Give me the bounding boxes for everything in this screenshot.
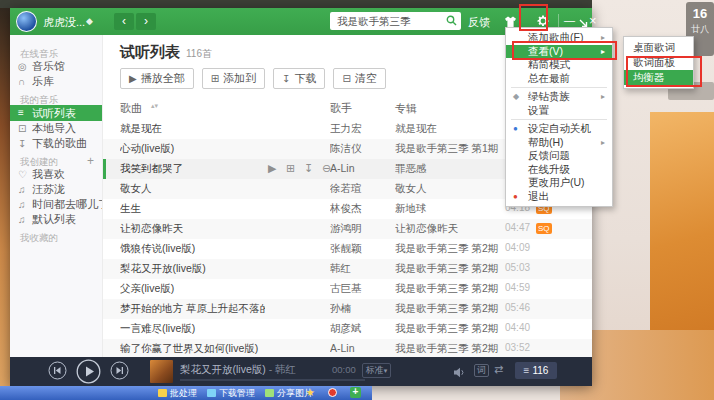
song-album[interactable]: 我是歌手第三季 第1期 — [395, 142, 503, 156]
menu-item[interactable]: ◆绿钻贵族▸ — [506, 90, 612, 104]
table-row[interactable]: 让初恋像昨天 游鸿明 让初恋像昨天 04:47 SQ — [103, 219, 592, 239]
plus-icon[interactable]: + — [350, 387, 361, 398]
song-artist[interactable]: 张靓颖 — [330, 242, 390, 256]
menu-item[interactable]: 精简模式 — [506, 58, 612, 72]
song-album[interactable]: 让初恋像昨天 — [395, 222, 503, 236]
song-artist[interactable]: 王力宏 — [330, 122, 390, 136]
song-title[interactable]: 饿狼传说(live版) — [120, 242, 265, 256]
row-add-icon[interactable]: ⊞ — [286, 162, 295, 175]
close-button[interactable]: × — [589, 13, 597, 28]
song-artist[interactable]: 徐若瑄 — [330, 182, 390, 196]
minimize-button[interactable]: — — [564, 14, 575, 26]
column-header-album[interactable]: 专辑 — [395, 101, 417, 116]
song-album[interactable]: 我是歌手第三季 第2期 — [395, 242, 503, 256]
song-title[interactable]: 敬女人 — [120, 182, 265, 196]
sidebar-item[interactable]: 在线音乐 — [10, 43, 102, 59]
sidebar-item[interactable]: ♫时间都去哪儿了 — [10, 197, 102, 212]
now-playing-artist[interactable]: 韩红 — [275, 363, 296, 375]
browser-icon[interactable] — [328, 388, 337, 397]
add-playlist-button[interactable]: + — [87, 155, 94, 167]
taskbar-item[interactable]: 批处理 — [158, 387, 197, 400]
toolbar-button[interactable]: ▶播放全部 — [120, 68, 194, 89]
play-button[interactable] — [76, 359, 101, 388]
song-title[interactable]: 一言难尽(live版) — [120, 322, 265, 336]
sidebar-item[interactable]: ♫默认列表 — [10, 212, 102, 227]
sidebar-item[interactable]: ↧下载的歌曲 — [10, 136, 102, 151]
play-mode-icon[interactable]: ⇄ — [494, 363, 503, 376]
song-artist[interactable]: A-Lin — [330, 162, 390, 174]
sidebar-item[interactable]: ∩乐库 — [10, 74, 102, 89]
table-row[interactable]: 梦开始的地方 草原上升起不落的太阳(live版) 孙楠 我是歌手第三季 第2期 … — [103, 299, 592, 319]
menu-item[interactable]: ●设定自动关机 — [506, 122, 612, 136]
song-title[interactable]: 梨花又开放(live版) — [120, 262, 265, 276]
song-title[interactable]: 梦开始的地方 草原上升起不落的太阳(live版) — [120, 302, 265, 316]
sidebar-item[interactable]: ⊡本地导入 — [10, 121, 102, 136]
song-title[interactable]: 心动(live版) — [120, 142, 265, 156]
menu-item[interactable]: 设置 — [506, 104, 612, 118]
sort-icon[interactable]: ▴▾ — [151, 102, 158, 109]
menu-item[interactable]: 在线升级 — [506, 163, 612, 177]
sidebar-item[interactable]: 我收藏的 — [10, 227, 102, 243]
table-row[interactable]: 梨花又开放(live版) 韩红 我是歌手第三季 第2期 05:03 — [103, 259, 592, 279]
row-play-icon[interactable]: ▶ — [268, 162, 276, 175]
song-artist[interactable]: 古巨基 — [330, 282, 390, 296]
volume-icon[interactable] — [453, 365, 466, 383]
progress-bar[interactable] — [180, 379, 365, 381]
menu-item[interactable]: ●退出 — [506, 190, 612, 204]
sidebar-item[interactable]: 我创建的+ — [10, 151, 102, 167]
song-album[interactable]: 就是现在 — [395, 122, 503, 136]
toolbar-button[interactable]: ⊞添加到 — [202, 68, 265, 89]
song-artist[interactable]: 胡彦斌 — [330, 322, 390, 336]
column-header-artist[interactable]: 歌手 — [330, 101, 352, 116]
sidebar-item[interactable]: ♡我喜欢 — [10, 167, 102, 182]
menu-item[interactable]: 更改用户(U) — [506, 176, 612, 190]
column-header-song[interactable]: 歌曲 — [120, 101, 142, 116]
table-row[interactable]: 一言难尽(live版) 胡彦斌 我是歌手第三季 第2期 04:40 — [103, 319, 592, 339]
song-album[interactable]: 我是歌手第三季 第2期 — [395, 262, 503, 276]
search-icon[interactable] — [446, 15, 457, 26]
song-album[interactable]: 我是歌手第三季 第2期 — [395, 302, 503, 316]
song-title[interactable]: 父亲(live版) — [120, 282, 265, 296]
playlist-toggle-button[interactable]: ≡116 — [515, 362, 557, 379]
feedback-link[interactable]: 反馈 — [468, 15, 490, 30]
song-artist[interactable]: 游鸿明 — [330, 222, 390, 236]
app-logo-icon[interactable] — [16, 11, 37, 32]
table-row[interactable]: 饿狼传说(live版) 张靓颖 我是歌手第三季 第2期 04:09 — [103, 239, 592, 259]
now-playing-title[interactable]: 梨花又开放(live版) - 韩红 — [180, 363, 296, 377]
song-album[interactable]: 新地球 — [395, 202, 503, 216]
search-box[interactable] — [330, 12, 461, 30]
menu-item[interactable]: 反馈问题 — [506, 149, 612, 163]
toolbar-button[interactable]: ↧下载 — [273, 68, 325, 89]
menu-item[interactable] — [511, 119, 607, 120]
lyrics-toggle-icon[interactable]: 词 — [474, 364, 489, 377]
menu-item[interactable]: 总在最前 — [506, 72, 612, 86]
song-artist[interactable]: 孙楠 — [330, 302, 390, 316]
song-artist[interactable]: A-Lin — [330, 342, 390, 354]
sidebar-item[interactable]: ♫汪苏泷 — [10, 182, 102, 197]
album-art-thumbnail[interactable] — [150, 360, 173, 383]
menu-item[interactable]: 帮助(H)▸ — [506, 136, 612, 150]
song-album[interactable]: 我是歌手第三季 第2期 — [395, 322, 503, 336]
forward-button[interactable]: › — [136, 13, 156, 30]
menu-item[interactable] — [511, 87, 607, 88]
username[interactable]: 虎虎没... — [43, 15, 85, 30]
song-album[interactable]: 罪恶感 — [395, 162, 503, 176]
sidebar-item[interactable]: 我的音乐 — [10, 89, 102, 105]
song-artist[interactable]: 韩红 — [330, 262, 390, 276]
song-artist[interactable]: 陈洁仪 — [330, 142, 390, 156]
song-title[interactable]: 让初恋像昨天 — [120, 222, 265, 236]
song-title[interactable]: 我笑到都哭了 — [120, 162, 265, 176]
search-input[interactable] — [335, 13, 444, 30]
song-album[interactable]: 我是歌手第三季 第2期 — [395, 342, 503, 356]
previous-track-button[interactable] — [48, 361, 67, 384]
toolbar-button[interactable]: ⊟清空 — [333, 68, 385, 89]
sidebar-item[interactable]: ◎音乐馆 — [10, 59, 102, 74]
table-row[interactable]: 父亲(live版) 古巨基 我是歌手第三季 第2期 04:59 — [103, 279, 592, 299]
sidebar-item[interactable]: ≡试听列表 — [10, 105, 102, 121]
song-title[interactable]: 输了你赢了世界又如何(live版) — [120, 342, 265, 356]
quality-selector[interactable]: 标准▾ — [362, 363, 391, 378]
taskbar-item[interactable]: 下载管理 — [207, 387, 255, 400]
song-artist[interactable]: 林俊杰 — [330, 202, 390, 216]
table-row[interactable]: 输了你赢了世界又如何(live版) A-Lin 我是歌手第三季 第2期 03:5… — [103, 339, 592, 357]
star-icon[interactable]: ★ — [306, 387, 315, 398]
